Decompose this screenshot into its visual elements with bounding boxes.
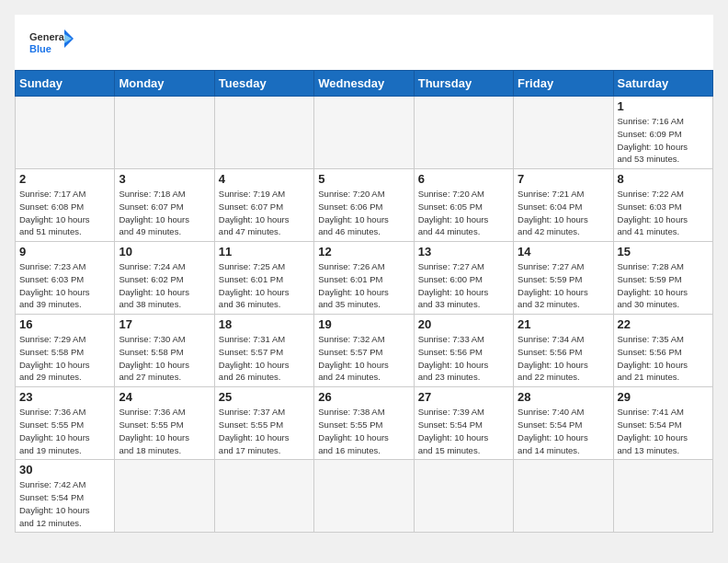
day-number: 14 bbox=[518, 245, 609, 259]
day-info: Sunrise: 7:20 AM Sunset: 6:06 PM Dayligh… bbox=[318, 188, 409, 238]
day-cell-empty bbox=[314, 97, 414, 169]
day-number: 17 bbox=[119, 317, 210, 331]
day-number: 19 bbox=[318, 317, 409, 331]
day-info: Sunrise: 7:27 AM Sunset: 5:59 PM Dayligh… bbox=[518, 260, 609, 311]
weekday-header-tuesday: Tuesday bbox=[214, 71, 313, 97]
day-cell-empty bbox=[115, 460, 214, 533]
day-info: Sunrise: 7:32 AM Sunset: 5:57 PM Dayligh… bbox=[318, 333, 409, 384]
day-info: Sunrise: 7:42 AM Sunset: 5:54 PM Dayligh… bbox=[19, 478, 110, 529]
day-info: Sunrise: 7:31 AM Sunset: 5:57 PM Dayligh… bbox=[219, 333, 310, 384]
day-info: Sunrise: 7:21 AM Sunset: 6:04 PM Dayligh… bbox=[518, 188, 609, 238]
day-info: Sunrise: 7:24 AM Sunset: 6:02 PM Dayligh… bbox=[119, 260, 210, 311]
logo: General Blue bbox=[29, 26, 74, 63]
day-cell-3: 3Sunrise: 7:18 AM Sunset: 6:07 PM Daylig… bbox=[115, 169, 214, 242]
day-number: 6 bbox=[418, 172, 509, 186]
header: General Blue bbox=[15, 15, 713, 70]
day-cell-2: 2Sunrise: 7:17 AM Sunset: 6:08 PM Daylig… bbox=[16, 169, 115, 242]
day-cell-15: 15Sunrise: 7:28 AM Sunset: 5:59 PM Dayli… bbox=[613, 242, 712, 315]
weekday-header-friday: Friday bbox=[514, 71, 613, 97]
day-cell-19: 19Sunrise: 7:32 AM Sunset: 5:57 PM Dayli… bbox=[314, 315, 414, 387]
weekday-header-thursday: Thursday bbox=[414, 71, 513, 97]
day-cell-25: 25Sunrise: 7:37 AM Sunset: 5:55 PM Dayli… bbox=[214, 387, 313, 460]
day-info: Sunrise: 7:23 AM Sunset: 6:03 PM Dayligh… bbox=[19, 260, 110, 311]
calendar-row-5: 30Sunrise: 7:42 AM Sunset: 5:54 PM Dayli… bbox=[16, 460, 713, 533]
calendar-row-2: 9Sunrise: 7:23 AM Sunset: 6:03 PM Daylig… bbox=[16, 242, 713, 315]
day-cell-26: 26Sunrise: 7:38 AM Sunset: 5:55 PM Dayli… bbox=[314, 387, 414, 460]
svg-text:General: General bbox=[29, 31, 67, 42]
day-cell-6: 6Sunrise: 7:20 AM Sunset: 6:05 PM Daylig… bbox=[414, 169, 513, 242]
weekday-header-saturday: Saturday bbox=[613, 71, 712, 97]
day-cell-empty bbox=[414, 460, 513, 533]
day-number: 29 bbox=[618, 390, 709, 404]
day-number: 5 bbox=[318, 172, 409, 186]
day-number: 7 bbox=[518, 172, 609, 186]
day-info: Sunrise: 7:18 AM Sunset: 6:07 PM Dayligh… bbox=[119, 188, 210, 238]
day-info: Sunrise: 7:27 AM Sunset: 6:00 PM Dayligh… bbox=[418, 260, 509, 311]
weekday-header-row: SundayMondayTuesdayWednesdayThursdayFrid… bbox=[16, 71, 713, 97]
day-cell-empty bbox=[214, 97, 313, 169]
day-info: Sunrise: 7:29 AM Sunset: 5:58 PM Dayligh… bbox=[19, 333, 110, 384]
day-info: Sunrise: 7:17 AM Sunset: 6:08 PM Dayligh… bbox=[19, 188, 110, 238]
day-cell-20: 20Sunrise: 7:33 AM Sunset: 5:56 PM Dayli… bbox=[414, 315, 513, 387]
day-number: 21 bbox=[518, 317, 609, 331]
day-info: Sunrise: 7:39 AM Sunset: 5:54 PM Dayligh… bbox=[418, 406, 509, 456]
logo-svg: General Blue bbox=[29, 26, 74, 63]
weekday-header-monday: Monday bbox=[115, 71, 214, 97]
day-number: 30 bbox=[19, 463, 110, 477]
day-cell-18: 18Sunrise: 7:31 AM Sunset: 5:57 PM Dayli… bbox=[214, 315, 313, 387]
day-number: 27 bbox=[418, 390, 509, 404]
day-cell-5: 5Sunrise: 7:20 AM Sunset: 6:06 PM Daylig… bbox=[314, 169, 414, 242]
calendar-row-0: 1Sunrise: 7:16 AM Sunset: 6:09 PM Daylig… bbox=[16, 97, 713, 169]
day-info: Sunrise: 7:20 AM Sunset: 6:05 PM Dayligh… bbox=[418, 188, 509, 238]
day-cell-1: 1Sunrise: 7:16 AM Sunset: 6:09 PM Daylig… bbox=[613, 97, 712, 169]
day-number: 1 bbox=[618, 99, 709, 113]
weekday-header-wednesday: Wednesday bbox=[314, 71, 414, 97]
day-number: 26 bbox=[318, 390, 409, 404]
svg-text:Blue: Blue bbox=[29, 43, 51, 54]
day-cell-23: 23Sunrise: 7:36 AM Sunset: 5:55 PM Dayli… bbox=[16, 387, 115, 460]
day-info: Sunrise: 7:30 AM Sunset: 5:58 PM Dayligh… bbox=[119, 333, 210, 384]
weekday-header-sunday: Sunday bbox=[16, 71, 115, 97]
day-number: 3 bbox=[119, 172, 210, 186]
day-cell-11: 11Sunrise: 7:25 AM Sunset: 6:01 PM Dayli… bbox=[214, 242, 313, 315]
day-info: Sunrise: 7:34 AM Sunset: 5:56 PM Dayligh… bbox=[518, 333, 609, 384]
day-cell-empty bbox=[613, 460, 712, 533]
day-cell-27: 27Sunrise: 7:39 AM Sunset: 5:54 PM Dayli… bbox=[414, 387, 513, 460]
day-cell-10: 10Sunrise: 7:24 AM Sunset: 6:02 PM Dayli… bbox=[115, 242, 214, 315]
day-info: Sunrise: 7:40 AM Sunset: 5:54 PM Dayligh… bbox=[518, 406, 609, 456]
day-number: 16 bbox=[19, 317, 110, 331]
day-cell-empty bbox=[514, 460, 613, 533]
day-number: 24 bbox=[119, 390, 210, 404]
calendar-row-1: 2Sunrise: 7:17 AM Sunset: 6:08 PM Daylig… bbox=[16, 169, 713, 242]
day-cell-17: 17Sunrise: 7:30 AM Sunset: 5:58 PM Dayli… bbox=[115, 315, 214, 387]
day-cell-empty bbox=[514, 97, 613, 169]
day-info: Sunrise: 7:25 AM Sunset: 6:01 PM Dayligh… bbox=[219, 260, 310, 311]
day-cell-16: 16Sunrise: 7:29 AM Sunset: 5:58 PM Dayli… bbox=[16, 315, 115, 387]
calendar-table: SundayMondayTuesdayWednesdayThursdayFrid… bbox=[15, 70, 713, 533]
day-number: 25 bbox=[219, 390, 310, 404]
day-cell-21: 21Sunrise: 7:34 AM Sunset: 5:56 PM Dayli… bbox=[514, 315, 613, 387]
day-info: Sunrise: 7:37 AM Sunset: 5:55 PM Dayligh… bbox=[219, 406, 310, 456]
day-cell-empty bbox=[314, 460, 414, 533]
day-info: Sunrise: 7:33 AM Sunset: 5:56 PM Dayligh… bbox=[418, 333, 509, 384]
day-number: 2 bbox=[19, 172, 110, 186]
day-cell-22: 22Sunrise: 7:35 AM Sunset: 5:56 PM Dayli… bbox=[613, 315, 712, 387]
day-number: 11 bbox=[219, 245, 310, 259]
day-number: 8 bbox=[618, 172, 709, 186]
day-info: Sunrise: 7:16 AM Sunset: 6:09 PM Dayligh… bbox=[618, 115, 709, 166]
day-cell-12: 12Sunrise: 7:26 AM Sunset: 6:01 PM Dayli… bbox=[314, 242, 414, 315]
day-cell-28: 28Sunrise: 7:40 AM Sunset: 5:54 PM Dayli… bbox=[514, 387, 613, 460]
day-number: 28 bbox=[518, 390, 609, 404]
day-info: Sunrise: 7:36 AM Sunset: 5:55 PM Dayligh… bbox=[119, 406, 210, 456]
day-cell-24: 24Sunrise: 7:36 AM Sunset: 5:55 PM Dayli… bbox=[115, 387, 214, 460]
day-info: Sunrise: 7:26 AM Sunset: 6:01 PM Dayligh… bbox=[318, 260, 409, 311]
day-cell-7: 7Sunrise: 7:21 AM Sunset: 6:04 PM Daylig… bbox=[514, 169, 613, 242]
day-info: Sunrise: 7:22 AM Sunset: 6:03 PM Dayligh… bbox=[618, 188, 709, 238]
day-cell-29: 29Sunrise: 7:41 AM Sunset: 5:54 PM Dayli… bbox=[613, 387, 712, 460]
day-number: 15 bbox=[618, 245, 709, 259]
day-info: Sunrise: 7:38 AM Sunset: 5:55 PM Dayligh… bbox=[318, 406, 409, 456]
day-number: 23 bbox=[19, 390, 110, 404]
day-number: 10 bbox=[119, 245, 210, 259]
day-number: 4 bbox=[219, 172, 310, 186]
day-info: Sunrise: 7:19 AM Sunset: 6:07 PM Dayligh… bbox=[219, 188, 310, 238]
